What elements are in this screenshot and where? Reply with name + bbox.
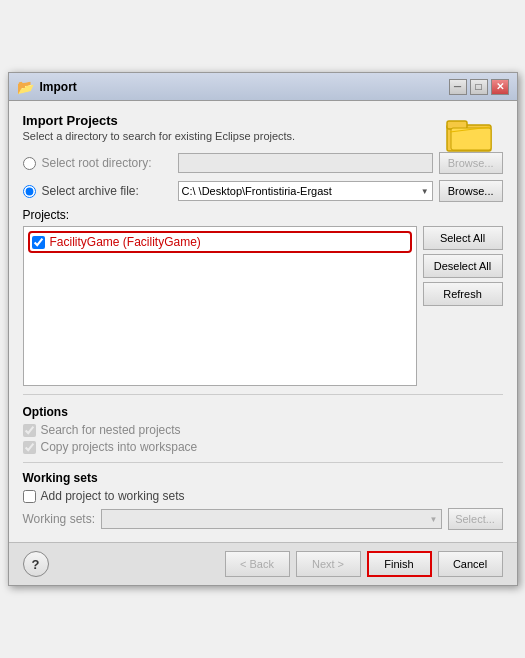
window-icon: 📂: [17, 79, 34, 95]
add-to-working-sets-row: Add project to working sets: [23, 489, 503, 503]
dialog-title: Import Projects: [23, 113, 443, 128]
archive-file-row: Select archive file: C:\ \Desktop\Fronti…: [23, 180, 503, 202]
archive-file-value: C:\ \Desktop\Frontistiria-Ergast: [182, 185, 332, 197]
copy-projects-row: Copy projects into workspace: [23, 440, 503, 454]
working-sets-combo[interactable]: ▼: [101, 509, 442, 529]
select-all-button[interactable]: Select All: [423, 226, 503, 250]
copy-projects-label: Copy projects into workspace: [41, 440, 198, 454]
bottom-bar: ? < Back Next > Finish Cancel: [9, 542, 517, 585]
archive-combo-arrow: ▼: [421, 187, 429, 196]
title-bar: 📂 Import ─ □ ✕: [9, 73, 517, 101]
deselect-all-button[interactable]: Deselect All: [423, 254, 503, 278]
next-button[interactable]: Next >: [296, 551, 361, 577]
project-name: FacilityGame (FacilityGame): [50, 235, 201, 249]
working-sets-sets-label: Working sets:: [23, 512, 95, 526]
dialog-description: Select a directory to search for existin…: [23, 130, 443, 142]
archive-file-label: Select archive file:: [42, 184, 172, 198]
projects-label: Projects:: [23, 208, 503, 222]
divider1: [23, 394, 503, 395]
title-bar-controls: ─ □ ✕: [449, 79, 509, 95]
minimize-button[interactable]: ─: [449, 79, 467, 95]
folder-icon: [445, 113, 493, 156]
close-button[interactable]: ✕: [491, 79, 509, 95]
list-item[interactable]: FacilityGame (FacilityGame): [28, 231, 412, 253]
projects-list[interactable]: FacilityGame (FacilityGame): [23, 226, 417, 386]
options-label: Options: [23, 405, 503, 419]
working-sets-input-row: Working sets: ▼ Select...: [23, 508, 503, 530]
copy-projects-checkbox[interactable]: [23, 441, 36, 454]
search-nested-checkbox[interactable]: [23, 424, 36, 437]
projects-side-buttons: Select All Deselect All Refresh: [423, 226, 503, 386]
back-button[interactable]: < Back: [225, 551, 290, 577]
header-area: Import Projects Select a directory to se…: [23, 113, 503, 142]
finish-button[interactable]: Finish: [367, 551, 432, 577]
archive-browse-button[interactable]: Browse...: [439, 180, 503, 202]
working-sets-arrow: ▼: [430, 515, 438, 524]
working-sets-title: Working sets: [23, 471, 503, 485]
window-title: Import: [40, 80, 77, 94]
search-nested-row: Search for nested projects: [23, 423, 503, 437]
refresh-button[interactable]: Refresh: [423, 282, 503, 306]
maximize-button[interactable]: □: [470, 79, 488, 95]
title-bar-left: 📂 Import: [17, 79, 77, 95]
projects-area: FacilityGame (FacilityGame) Select All D…: [23, 226, 503, 386]
working-sets-select-button[interactable]: Select...: [448, 508, 503, 530]
options-section: Options Search for nested projects Copy …: [23, 405, 503, 454]
divider2: [23, 462, 503, 463]
projects-section: Projects: FacilityGame (FacilityGame) Se…: [23, 208, 503, 386]
root-dir-input[interactable]: [178, 153, 433, 173]
root-dir-row: Select root directory: Browse...: [23, 152, 503, 174]
archive-file-combo[interactable]: C:\ \Desktop\Frontistiria-Ergast ▼: [178, 181, 433, 201]
add-working-sets-label: Add project to working sets: [41, 489, 185, 503]
root-dir-radio[interactable]: [23, 157, 36, 170]
source-section: Select root directory: Browse... Select …: [23, 152, 503, 202]
dialog-content: Import Projects Select a directory to se…: [9, 101, 517, 542]
help-button[interactable]: ?: [23, 551, 49, 577]
working-sets-section: Working sets Add project to working sets…: [23, 471, 503, 530]
import-window: 📂 Import ─ □ ✕ Import Projects Select a …: [8, 72, 518, 586]
add-working-sets-checkbox[interactable]: [23, 490, 36, 503]
search-nested-label: Search for nested projects: [41, 423, 181, 437]
archive-file-radio[interactable]: [23, 185, 36, 198]
project-checkbox[interactable]: [32, 236, 45, 249]
cancel-button[interactable]: Cancel: [438, 551, 503, 577]
root-dir-label: Select root directory:: [42, 156, 172, 170]
